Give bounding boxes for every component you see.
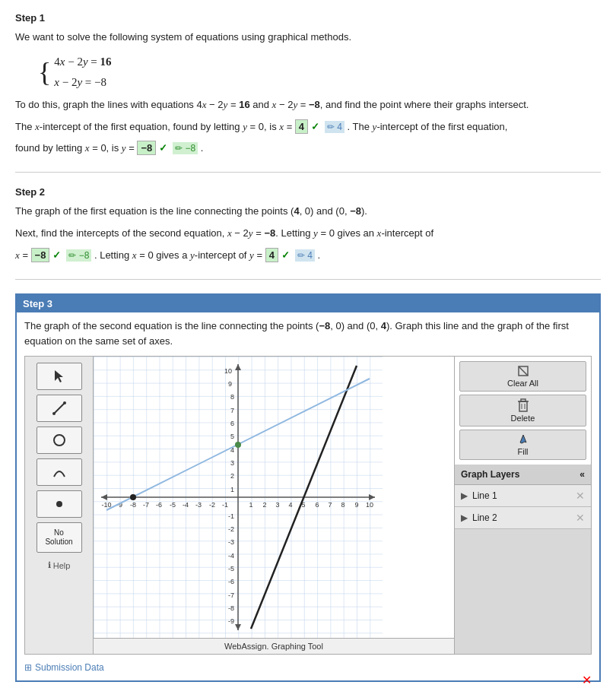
parabola-tool[interactable]: [37, 458, 82, 486]
svg-text:9: 9: [228, 380, 232, 388]
svg-text:-10: -10: [101, 501, 111, 509]
layer1-delete[interactable]: ✕: [576, 490, 585, 502]
svg-text:-4: -4: [183, 501, 189, 509]
svg-text:1: 1: [249, 501, 252, 509]
svg-text:5: 5: [230, 433, 234, 440]
brace: {: [38, 59, 51, 86]
no-solution-button[interactable]: NoSolution: [37, 522, 82, 553]
layer1-arrow: ▶: [461, 490, 468, 501]
step-3-header: Step 3: [17, 295, 599, 312]
svg-text:-3: -3: [228, 538, 234, 546]
svg-line-1: [54, 403, 65, 414]
help-link[interactable]: ℹ Help: [48, 560, 71, 570]
svg-rect-62: [521, 399, 526, 401]
svg-point-2: [52, 412, 56, 415]
submission-expand-icon: ⊞: [24, 662, 32, 673]
step-2-line1-desc: The graph of the first equation is the l…: [15, 204, 601, 220]
svg-text:4: 4: [288, 501, 292, 509]
svg-text:-2: -2: [209, 501, 215, 509]
svg-text:-1: -1: [222, 501, 228, 509]
svg-point-57: [235, 442, 241, 448]
submission-data-section: ⊞ Submission Data ✕: [24, 662, 592, 673]
pencil2[interactable]: ✏ −8: [173, 142, 198, 154]
svg-text:10: 10: [366, 501, 373, 509]
layers-header: Graph Layers «: [455, 465, 591, 485]
svg-text:8: 8: [230, 393, 234, 401]
svg-text:3: 3: [230, 459, 234, 467]
grid-svg[interactable]: -10 -9 -8 -7 -6 -5 -4 -3 -2 -1 1 2 3 4 5: [94, 357, 383, 638]
svg-text:-4: -4: [228, 552, 234, 560]
svg-text:-1: -1: [228, 512, 234, 520]
check1: ✓: [311, 121, 319, 132]
pencil4[interactable]: ✏ 4: [295, 249, 315, 262]
step-1-instruction: To do this, graph the lines with equatio…: [15, 97, 601, 113]
svg-text:7: 7: [328, 501, 332, 509]
graph-container: NoSolution ℹ Help: [24, 356, 592, 655]
step-1-xintercept: The x-intercept of the first equation, f…: [15, 119, 601, 135]
graph-tools: NoSolution ℹ Help: [25, 357, 94, 654]
page: Step 1 We want to solve the following sy…: [0, 0, 616, 685]
step-2-eq2-intercepts: Next, find the intercepts of the second …: [15, 226, 601, 242]
delete-button[interactable]: Delete: [459, 395, 586, 427]
circle-tool[interactable]: [37, 427, 82, 454]
y-intercept-value: −8: [137, 141, 156, 155]
x-intercept-value: 4: [295, 119, 308, 134]
svg-text:3: 3: [275, 501, 279, 509]
svg-text:-6: -6: [228, 578, 234, 585]
help-icon: ℹ: [48, 560, 51, 570]
eq1: 4x − 2y = 16: [54, 52, 111, 72]
layer2-delete[interactable]: ✕: [576, 512, 585, 524]
step-2-block: Step 2 The graph of the first equation i…: [15, 186, 601, 279]
layer-line2[interactable]: ▶ Line 2 ✕: [455, 507, 591, 529]
svg-text:-2: -2: [228, 525, 234, 533]
eq2: x − 2y = −8: [54, 72, 111, 93]
graph-footer: WebAssign. Graphing Tool: [94, 638, 454, 654]
svg-text:-3: -3: [195, 501, 202, 509]
svg-point-4: [54, 435, 65, 446]
step-2-header: Step 2: [15, 186, 601, 198]
side-panel: Clear All Delete Fill Graph Layers: [454, 357, 591, 654]
svg-text:6: 6: [230, 420, 234, 427]
svg-text:9: 9: [354, 501, 358, 509]
svg-point-56: [130, 494, 136, 500]
layer2-arrow: ▶: [461, 512, 468, 523]
line-tool[interactable]: [37, 395, 82, 422]
svg-text:2: 2: [262, 501, 266, 509]
svg-text:-6: -6: [156, 501, 162, 509]
check4: ✓: [281, 249, 290, 261]
step-1-yintercept: found by letting x = 0, is y = −8 ✓ ✏ −8…: [15, 141, 601, 157]
svg-text:10: 10: [224, 367, 232, 375]
svg-text:7: 7: [230, 407, 234, 414]
y2-val: 4: [265, 248, 278, 262]
svg-rect-60: [519, 401, 527, 411]
svg-text:1: 1: [230, 486, 234, 493]
submission-data-link[interactable]: ⊞ Submission Data: [24, 662, 592, 673]
select-tool[interactable]: [37, 363, 82, 390]
layers-collapse-icon[interactable]: «: [579, 469, 585, 480]
point-tool[interactable]: [37, 490, 82, 518]
step-3-desc: The graph of the second equation is the …: [24, 319, 592, 350]
graph-layers-panel: Graph Layers « ▶ Line 1 ✕ ▶ Line 2 ✕: [455, 465, 591, 654]
layer-line1[interactable]: ▶ Line 1 ✕: [455, 485, 591, 507]
side-buttons: Clear All Delete Fill: [455, 357, 591, 465]
step-1-header: Step 1: [15, 12, 601, 24]
svg-text:-5: -5: [170, 501, 176, 509]
svg-marker-0: [55, 370, 63, 382]
equation-system: { 4x − 2y = 16 x − 2y = −8: [38, 52, 601, 93]
x2-val: −8: [31, 248, 50, 262]
fill-button[interactable]: Fill: [459, 430, 586, 460]
svg-text:-9: -9: [228, 617, 234, 625]
check2: ✓: [159, 142, 167, 154]
svg-text:6: 6: [315, 501, 319, 509]
svg-text:8: 8: [341, 501, 345, 509]
check3: ✓: [52, 249, 61, 261]
step-2-eq2-values: x = −8 ✓ ✏ −8 . Letting x = 0 gives a y-…: [15, 248, 601, 264]
svg-point-5: [56, 501, 62, 507]
clear-all-button[interactable]: Clear All: [459, 361, 586, 392]
svg-text:-8: -8: [228, 604, 234, 612]
pencil3[interactable]: ✏ −8: [66, 249, 91, 262]
step-1-block: Step 1 We want to solve the following sy…: [15, 12, 601, 173]
close-button[interactable]: ✕: [582, 673, 592, 685]
pencil1[interactable]: ✏ 4: [325, 121, 345, 133]
step-1-intro: We want to solve the following system of…: [15, 30, 601, 46]
